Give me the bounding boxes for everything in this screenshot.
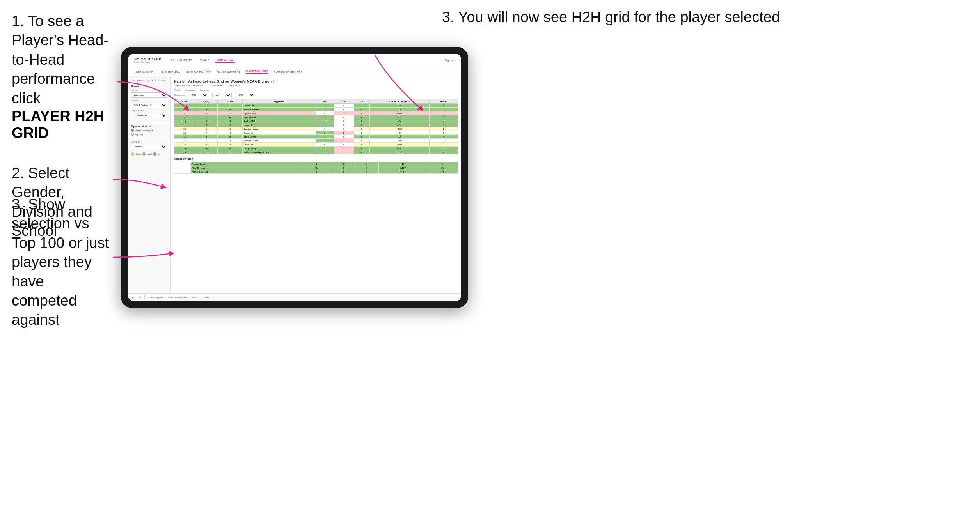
table-cell: 1: [195, 127, 218, 131]
division-record: Division Record: 331 - 34 - 6: [211, 84, 240, 87]
toolbar-undo[interactable]: ↩: [131, 295, 135, 299]
radio-opponents-played[interactable]: Opponents Played: [131, 129, 167, 132]
table-cell: -0.94: [369, 139, 430, 143]
all-filter-3[interactable]: (All): [236, 93, 255, 97]
ood-cell: 0: [355, 166, 378, 170]
ood-cell: 10: [427, 170, 458, 174]
table-cell: 1.25: [369, 135, 430, 139]
toolbar-redo[interactable]: ↪: [138, 295, 142, 299]
sidebar-colour-by-select[interactable]: Win/loss: [131, 144, 167, 149]
table-cell: 1: [218, 104, 243, 108]
table-cell: 1: [316, 139, 334, 143]
table-cell: 10: [174, 119, 195, 123]
toolbar-watch[interactable]: Watch: [190, 296, 199, 299]
table-cell: 3: [218, 111, 243, 115]
grid-subtitle: Overall Record: 353 - 34 - 6 Division Re…: [174, 84, 458, 87]
table-cell: Sydney Kuo: [243, 111, 316, 115]
toolbar-share[interactable]: Share: [202, 296, 210, 299]
ood-cell: 30: [427, 166, 458, 170]
legend-up-label: Up: [158, 153, 160, 155]
toolbar-save-custom[interactable]: Save Custom View: [166, 296, 188, 299]
table-cell: 7: [218, 150, 243, 154]
table-cell: 3: [218, 119, 243, 123]
table-row: 522Alexis Sudjianto1004.003: [174, 108, 458, 111]
table-cell: 0: [334, 143, 354, 147]
col-loss: Loss: [334, 99, 354, 104]
table-cell: 3: [430, 123, 458, 127]
tablet-frame: SCOREBOARD Powered by clippd TOURNAMENTS…: [121, 47, 468, 308]
radio-top-100[interactable]: Top 100: [131, 133, 167, 136]
sidebar-gender-select[interactable]: Women's: [131, 92, 167, 98]
table-cell: 6: [430, 150, 458, 154]
table-cell: 13: [174, 127, 195, 131]
table-cell: -5.00: [369, 143, 430, 147]
ood-cell: 15: [301, 166, 332, 170]
sub-nav-team-h2h-heatmap[interactable]: TEAM H2H HEATMAP: [186, 69, 211, 74]
table-cell: 9: [174, 115, 195, 119]
table-cell: 4: [218, 115, 243, 119]
table-cell: 0: [354, 143, 369, 147]
table-cell: 4: [430, 135, 458, 139]
radio-opponents-played-input[interactable]: [131, 129, 134, 132]
legend-level-label: Level: [147, 153, 152, 155]
table-cell: 3: [218, 139, 243, 143]
ood-cell: [174, 162, 191, 166]
logo-area: SCOREBOARD Powered by clippd: [134, 58, 162, 63]
nav-teams[interactable]: TEAMS: [198, 58, 211, 62]
table-cell: 1: [316, 115, 334, 119]
sub-nav-player-h2h-grid[interactable]: PLAYER H2H GRID: [246, 69, 269, 74]
table-cell: 0: [334, 119, 354, 123]
step3-top-instruction: 3. You will now see H2H grid for the pla…: [273, 8, 949, 27]
table-cell: 1: [354, 104, 369, 108]
legend-down-label: Down: [136, 153, 141, 155]
table-cell: 3: [430, 108, 458, 111]
ood-cell: Foreign Team: [190, 162, 301, 166]
ood-table-row: Foreign Team1004.5002: [174, 162, 458, 166]
sub-nav-team-h2h-grid[interactable]: TEAM H2H GRID: [160, 69, 180, 74]
toolbar-view-original[interactable]: View: Original: [147, 296, 164, 299]
table-cell: 2: [334, 131, 354, 135]
table-cell: 3.67: [369, 115, 430, 119]
table-cell: 6: [195, 119, 218, 123]
table-cell: 5: [174, 108, 195, 111]
table-cell: 0: [316, 127, 334, 131]
sidebar-timestamp: Last Updated: 27/03/2024 16:55:38: [131, 80, 167, 82]
table-cell: 1: [195, 115, 218, 119]
table-cell: 2: [430, 143, 458, 147]
all-filter-1[interactable]: (All): [189, 93, 208, 97]
nav-committee[interactable]: COMMITTEE: [215, 58, 235, 63]
sidebar-division-select[interactable]: NCAA Division III: [131, 103, 167, 108]
toolbar: ↩ ↪ View: Original Save Custom View Watc…: [128, 293, 461, 301]
table-row: 1063Andrea York2004.004: [174, 119, 458, 123]
col-rounds: Rounds: [430, 99, 458, 104]
sub-nav-player-h2h-heatmap[interactable]: PLAYER H2H HEATMAP: [274, 69, 302, 74]
nav-tournaments[interactable]: TOURNAMENTS: [169, 58, 194, 62]
all-filter-2[interactable]: (All): [212, 93, 232, 97]
table-cell: 1: [316, 135, 334, 139]
table-cell: 0.38: [369, 131, 430, 135]
ood-table-row: NCAA Division 25007.40010: [174, 170, 458, 174]
sidebar-player-rank-select[interactable]: 8. Katelyn Vo: [131, 113, 167, 118]
table-row: 311Esther Lee1011.504: [174, 104, 458, 108]
nav-sign-out[interactable]: Sign out: [445, 59, 455, 62]
table-cell: 11: [195, 150, 218, 154]
sub-nav-player-summary[interactable]: PLAYER SUMMARY: [217, 69, 240, 74]
legend-items: Down Level Up: [131, 152, 167, 156]
table-cell: 4: [316, 147, 334, 150]
col-conf: # Conf: [218, 99, 243, 104]
sub-nav-team-summary[interactable]: TEAM SUMMARY: [134, 69, 155, 74]
table-cell: 1.33: [369, 150, 430, 154]
sidebar-colour-by-label: Colour by: [131, 141, 167, 143]
sidebar-gender-label: Gender: [131, 89, 167, 92]
radio-top-100-input[interactable]: [131, 133, 134, 136]
table-cell: 3: [430, 115, 458, 119]
table-cell: 6: [218, 147, 243, 150]
logo-sub: Powered by clippd: [134, 61, 162, 63]
table-cell: 2: [316, 119, 334, 123]
table-cell: 0: [334, 115, 354, 119]
table-cell: 1.50: [369, 104, 430, 108]
table-cell: 0: [334, 123, 354, 127]
nav-items: TOURNAMENTS TEAMS COMMITTEE: [169, 58, 437, 63]
col-div: # Div: [174, 99, 195, 104]
h2h-table: # Div # Reg # Conf Opponent Win Loss Tie…: [174, 99, 458, 154]
